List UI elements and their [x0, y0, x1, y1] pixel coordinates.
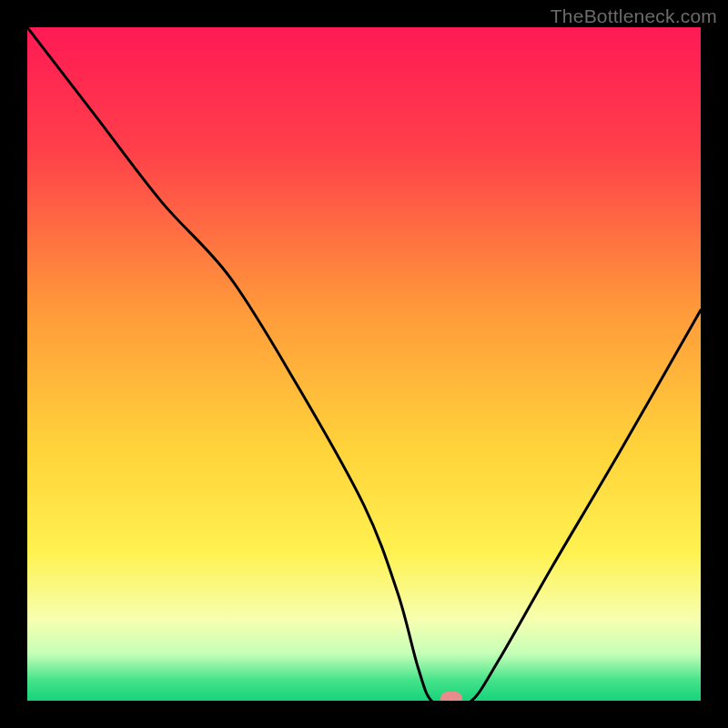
watermark-label: TheBottleneck.com	[551, 5, 717, 27]
optimal-point-marker	[440, 692, 462, 701]
bottleneck-curve	[27, 27, 701, 701]
chart-frame: TheBottleneck.com	[0, 0, 728, 728]
plot-area	[27, 27, 701, 701]
